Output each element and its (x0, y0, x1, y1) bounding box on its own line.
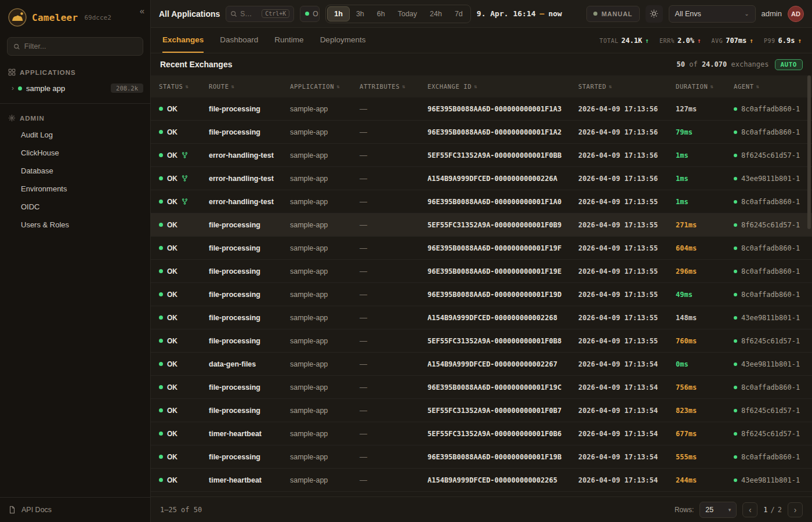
column-header[interactable]: APPLICATION⇅ (290, 83, 360, 90)
tab[interactable]: Exchanges (162, 28, 204, 53)
table-row[interactable]: OK file-processing sample-app — 96E395B0… (151, 283, 812, 306)
next-page-button[interactable]: › (788, 502, 803, 517)
attributes-cell: — (360, 174, 427, 183)
manual-label: MANUAL (601, 10, 633, 17)
started-cell: 2026-04-09 17:13:56 (578, 175, 676, 183)
column-header[interactable]: ROUTE⇅ (209, 83, 290, 90)
column-header[interactable]: STATUS⇅ (159, 83, 209, 90)
column-header[interactable]: ATTRIBUTES⇅ (360, 83, 427, 90)
agent-dot (734, 293, 737, 296)
table-row[interactable]: OK file-processing sample-app — 5EF55FC3… (151, 399, 812, 422)
column-header[interactable]: DURATION⇅ (676, 83, 734, 90)
started-cell: 2026-04-09 17:13:55 (578, 314, 676, 322)
exchange-id-cell: 5EF55FC31352A9A-000000000001F0BB (427, 151, 578, 160)
application-cell: sample-app (290, 105, 360, 113)
started-cell: 2026-04-09 17:13:55 (578, 221, 676, 229)
pagination-range: 1–25 of 50 (160, 506, 202, 514)
exchange-id-cell: 96E395B0088AA6D-000000000001F19C (427, 383, 578, 392)
status-ok-dot (159, 292, 163, 296)
auto-refresh-badge[interactable]: AUTO (775, 59, 803, 70)
table-row[interactable]: OK error-handling-test sample-app — 5EF5… (151, 144, 812, 167)
table-row[interactable]: OK file-processing sample-app — A154B9A9… (151, 306, 812, 329)
route-cell: timer-heartbeat (209, 476, 290, 484)
sidebar-admin-item[interactable]: Database (0, 162, 150, 180)
time-range-button[interactable]: 3h (350, 6, 371, 21)
started-cell: 2026-04-09 17:13:54 (578, 383, 676, 392)
time-range-button[interactable]: 7d (448, 6, 469, 21)
sidebar-admin-item[interactable]: ClickHouse (0, 144, 150, 162)
application-cell: sample-app (290, 476, 360, 484)
live-indicator[interactable]: O (300, 6, 320, 22)
stat-value: 707ms (726, 37, 746, 45)
search-shortcut: Ctrl+K (262, 9, 289, 18)
column-header[interactable]: AGENT⇅ (734, 83, 804, 90)
table-row[interactable]: OK error-handling-test sample-app — 96E3… (151, 190, 812, 213)
sidebar-admin-item[interactable]: Environments (0, 180, 150, 198)
sidebar-filter[interactable] (7, 37, 143, 56)
table-row[interactable]: OK file-processing sample-app — 96E395B0… (151, 260, 812, 283)
attributes-cell: — (360, 151, 427, 160)
table-row[interactable]: OK timer-heartbeat sample-app — A154B9A9… (151, 469, 812, 492)
duration-cell: 677ms (676, 430, 734, 438)
environments-dropdown[interactable]: All Envs ⌄ (669, 5, 756, 23)
column-header[interactable]: STARTED⇅ (578, 83, 676, 90)
sidebar-admin-item[interactable]: Audit Log (0, 126, 150, 144)
exchange-id-cell: 96E395B0088AA6D-000000000001F1A2 (427, 128, 578, 136)
sidebar-admin-item[interactable]: Users & Roles (0, 216, 150, 234)
date-from: 9. Apr. 16:14 (477, 9, 536, 18)
time-range-button[interactable]: 1h (327, 6, 350, 21)
table-footer: 1–25 of 50 Rows: 25 ▾ ‹ 1 / 2 › (151, 496, 812, 522)
table-row[interactable]: OK file-processing sample-app — 96E395B0… (151, 445, 812, 469)
time-range-button[interactable]: Today (392, 6, 423, 21)
route-cell: data-gen-files (209, 360, 290, 368)
table-row[interactable]: OK file-processing sample-app — 96E395B0… (151, 121, 812, 144)
duration-cell: 244ms (676, 476, 734, 484)
admin-nav: Audit Log ClickHouse Database Environmen… (0, 126, 150, 234)
status-cell: OK (159, 198, 209, 206)
tab[interactable]: Deployments (320, 28, 366, 53)
table-row[interactable]: OK timer-heartbeat sample-app — 5EF55FC3… (151, 422, 812, 445)
table-row[interactable]: OK file-processing sample-app — 96E395B0… (151, 237, 812, 260)
api-docs-link[interactable]: API Docs (0, 497, 150, 522)
table-row[interactable]: OK file-processing sample-app — 96E395B0… (151, 376, 812, 399)
app-item-count-badge: 208.2k (111, 84, 143, 93)
time-range-button[interactable]: 24h (423, 6, 448, 21)
route-cell: file-processing (209, 337, 290, 345)
agent-dot (734, 246, 737, 250)
tab[interactable]: Runtime (274, 28, 303, 53)
sidebar-admin-item[interactable]: OIDC (0, 198, 150, 216)
rows-per-page-select[interactable]: 25 ▾ (699, 502, 737, 518)
duration-cell: 555ms (676, 453, 734, 461)
filter-input[interactable] (24, 42, 137, 50)
avatar[interactable]: AD (788, 6, 804, 22)
column-header[interactable]: EXCHANGE ID⇅ (427, 83, 578, 90)
table-row[interactable]: OK data-gen-files sample-app — A154B9A99… (151, 353, 812, 376)
search-placeholder: S… (240, 10, 252, 18)
previous-page-button[interactable]: ‹ (742, 502, 757, 517)
status-ok-dot (159, 176, 163, 180)
theme-toggle-button[interactable] (646, 5, 663, 23)
global-search[interactable]: S… Ctrl+K (226, 6, 294, 22)
vertical-scrollbar[interactable] (807, 75, 811, 229)
status-cell: OK (159, 291, 209, 299)
table-row[interactable]: OK error-handling-test sample-app — A154… (151, 167, 812, 190)
manual-refresh-button[interactable]: MANUAL (586, 6, 640, 22)
table-row[interactable]: OK file-processing sample-app — 5EF55FC3… (151, 213, 812, 237)
status-ok-dot (159, 153, 163, 157)
api-docs-label: API Docs (21, 506, 52, 514)
status-dot-green (18, 86, 22, 90)
sidebar-collapse-icon[interactable]: « (140, 6, 144, 16)
date-range[interactable]: 9. Apr. 16:14 — now (477, 9, 562, 18)
agent-dot (734, 432, 737, 436)
status-ok-dot (159, 246, 163, 250)
table-row[interactable]: OK file-processing sample-app — 5EF55FC3… (151, 329, 812, 353)
agent-cell: 8f6245c61d57-1 (734, 430, 804, 438)
sidebar-item-sample-app[interactable]: › sample app 208.2k (0, 80, 150, 96)
chevron-right-icon[interactable]: › (12, 84, 14, 92)
time-range-button[interactable]: 6h (371, 6, 392, 21)
attributes-cell: — (360, 197, 427, 206)
recent-exchanges-title: Recent Exchanges (160, 60, 233, 69)
table-row[interactable]: OK file-processing sample-app — 96E395B0… (151, 97, 812, 121)
tab[interactable]: Dashboard (220, 28, 258, 53)
application-cell: sample-app (290, 337, 360, 345)
